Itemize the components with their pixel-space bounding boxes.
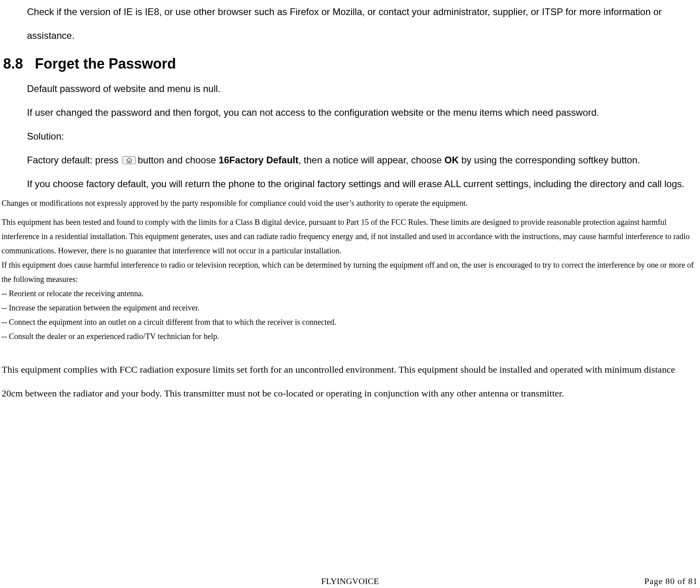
compliance-line-2a: This equipment has been tested and found… — [2, 215, 697, 258]
footer-center: FLYINGVOICE — [321, 576, 379, 586]
solution-label: Solution: — [27, 124, 698, 148]
factory-warning-paragraph: If you choose factory default, you will … — [27, 172, 698, 196]
footer-page-number: Page 80 of 81 — [644, 576, 698, 586]
section-title: Forget the Password — [35, 56, 176, 72]
forgot-password-paragraph: If user changed the password and then fo… — [27, 101, 698, 124]
factory-bold1: 16Factory Default — [219, 155, 298, 165]
intro-paragraph: Check if the version of IE is IE8, or us… — [27, 0, 698, 48]
svg-rect-0 — [123, 157, 136, 164]
compliance-measure-2: -- Increase the separation between the e… — [2, 301, 697, 315]
factory-post2: by using the corresponding softkey butto… — [459, 155, 640, 165]
factory-post1: button and choose — [138, 155, 218, 165]
section-number: 8.8 — [3, 56, 23, 72]
compliance-measure-1: -- Reorient or relocate the receiving an… — [2, 286, 697, 301]
factory-bold2: OK — [444, 155, 459, 165]
section-heading: 8.8Forget the Password — [2, 56, 698, 72]
page-footer: FLYINGVOICE Page 80 of 81 — [0, 576, 700, 586]
factory-default-paragraph: Factory default: press button and choose… — [27, 148, 698, 172]
document-page: Check if the version of IE is IE8, or us… — [0, 0, 700, 588]
factory-pre: Factory default: press — [27, 155, 121, 165]
factory-mid: , then a notice will appear, choose — [298, 155, 444, 165]
compliance-line-2b: If this equipment does cause harmful int… — [2, 258, 697, 286]
rf-exposure-paragraph: This equipment complies with FCC radiati… — [2, 358, 698, 405]
default-password-paragraph: Default password of website and menu is … — [27, 77, 698, 101]
compliance-section: Changes or modifications not expressly a… — [2, 196, 698, 343]
home-button-icon — [122, 156, 136, 164]
compliance-line-1: Changes or modifications not expressly a… — [2, 196, 697, 210]
compliance-measure-4: -- Consult the dealer or an experienced … — [2, 329, 697, 343]
compliance-measure-3: -- Connect the equipment into an outlet … — [2, 315, 697, 329]
